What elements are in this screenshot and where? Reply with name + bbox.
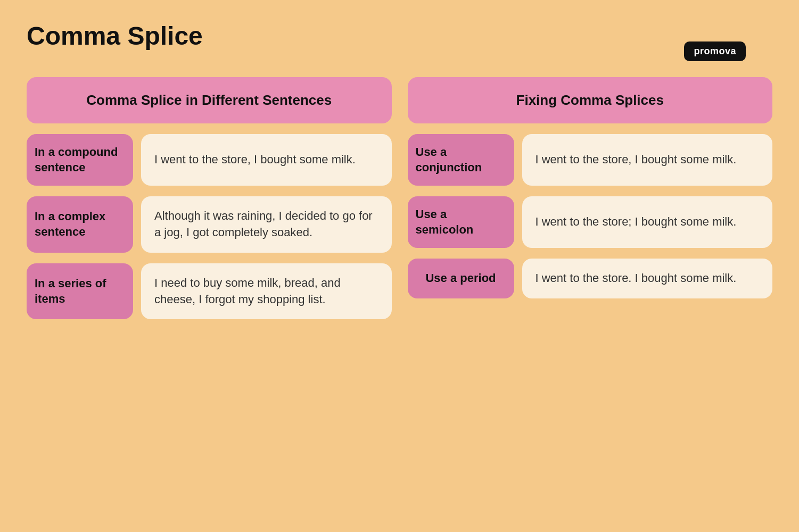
right-row-1: Use a conjunction I went to the store, I… bbox=[408, 134, 773, 186]
left-label-2: In a complex sentence bbox=[27, 196, 133, 253]
right-label-2: Use a semicolon bbox=[408, 196, 514, 248]
main-grid: Comma Splice in Different Sentences In a… bbox=[27, 77, 772, 330]
right-column-header: Fixing Comma Splices bbox=[408, 77, 773, 123]
right-content-3: I went to the store. I bought some milk. bbox=[522, 259, 773, 298]
right-label-3: Use a period bbox=[408, 259, 514, 298]
left-row-1: In a compound sentence I went to the sto… bbox=[27, 134, 392, 186]
page-title: Comma Splice bbox=[27, 21, 772, 51]
left-content-3: I need to buy some milk, bread, and chee… bbox=[141, 263, 392, 320]
left-column: Comma Splice in Different Sentences In a… bbox=[27, 77, 392, 330]
left-content-2: Although it was raining, I decided to go… bbox=[141, 196, 392, 253]
left-column-header: Comma Splice in Different Sentences bbox=[27, 77, 392, 123]
right-row-3: Use a period I went to the store. I boug… bbox=[408, 259, 773, 298]
left-row-2: In a complex sentence Although it was ra… bbox=[27, 196, 392, 253]
right-label-1: Use a conjunction bbox=[408, 134, 514, 186]
left-label-3: In a series of items bbox=[27, 263, 133, 320]
right-column: Fixing Comma Splices Use a conjunction I… bbox=[408, 77, 773, 330]
right-content-1: I went to the store, I bought some milk. bbox=[522, 134, 773, 186]
left-label-1: In a compound sentence bbox=[27, 134, 133, 186]
logo-badge: promova bbox=[684, 41, 746, 61]
right-row-2: Use a semicolon I went to the store; I b… bbox=[408, 196, 773, 248]
left-row-3: In a series of items I need to buy some … bbox=[27, 263, 392, 320]
right-content-2: I went to the store; I bought some milk. bbox=[522, 196, 773, 248]
left-content-1: I went to the store, I bought some milk. bbox=[141, 134, 392, 186]
